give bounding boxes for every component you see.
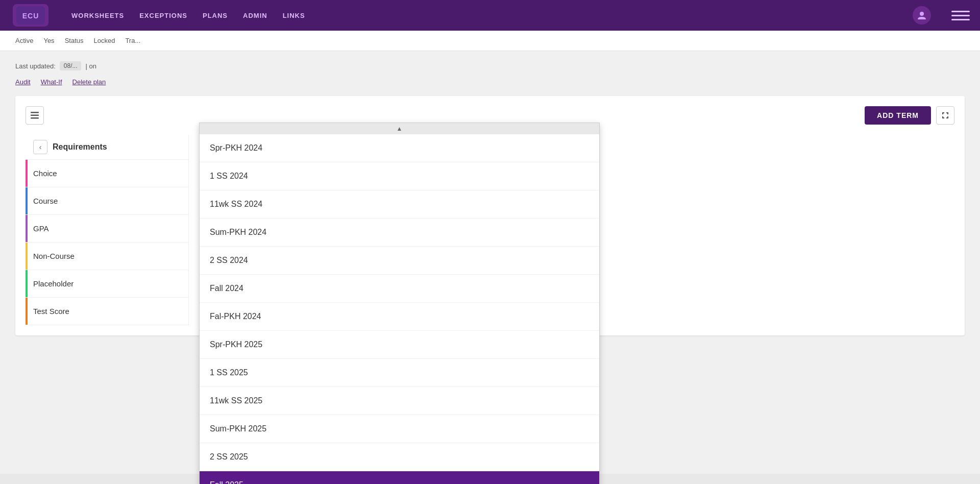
dropdown-item-1ss-2025[interactable]: 1 SS 2025 — [200, 359, 599, 387]
dropdown-list[interactable]: Spr-PKH 2024 1 SS 2024 11wk SS 2024 Sum-… — [200, 134, 599, 484]
dropdown-item-spr-pkh-2025[interactable]: Spr-PKH 2025 — [200, 331, 599, 359]
dropdown-item-2ss-2024[interactable]: 2 SS 2024 — [200, 247, 599, 275]
scroll-up-button[interactable]: ▲ — [200, 123, 599, 134]
dropdown-item-11wk-ss-2024[interactable]: 11wk SS 2024 — [200, 190, 599, 219]
dropdown-item-sum-pkh-2025[interactable]: Sum-PKH 2025 — [200, 415, 599, 443]
term-dropdown: ▲ Spr-PKH 2024 1 SS 2024 11wk SS 2024 Su… — [199, 123, 600, 484]
dropdown-item-fal-pkh-2024[interactable]: Fal-PKH 2024 — [200, 303, 599, 331]
dropdown-item-fall-2024[interactable]: Fall 2024 — [200, 275, 599, 303]
dropdown-item-fall-2025[interactable]: Fall 2025 — [200, 471, 599, 484]
dropdown-item-spr-pkh-2024[interactable]: Spr-PKH 2024 — [200, 134, 599, 162]
dropdown-item-2ss-2025[interactable]: 2 SS 2025 — [200, 443, 599, 471]
dropdown-overlay: ▲ Spr-PKH 2024 1 SS 2024 11wk SS 2024 Su… — [0, 0, 980, 484]
dropdown-item-sum-pkh-2024[interactable]: Sum-PKH 2024 — [200, 219, 599, 247]
dropdown-item-11wk-ss-2025[interactable]: 11wk SS 2025 — [200, 387, 599, 415]
dropdown-item-1ss-2024[interactable]: 1 SS 2024 — [200, 162, 599, 190]
